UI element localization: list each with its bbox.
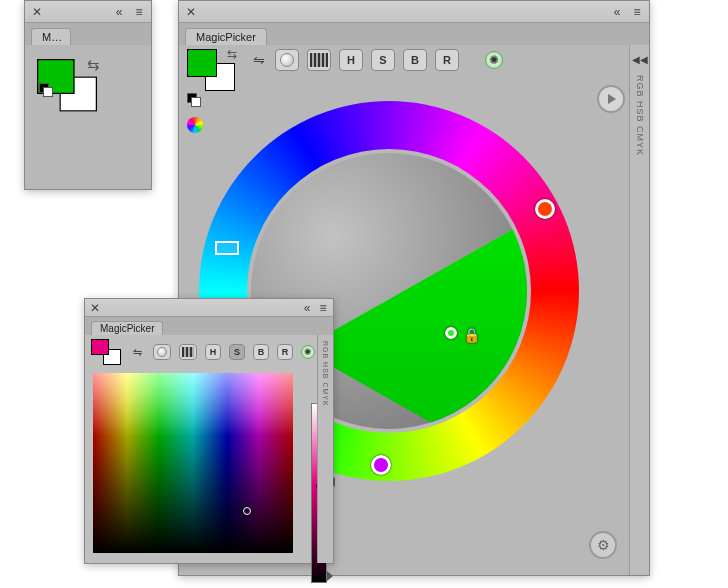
colorspace-label: RGB HSB CMYK — [322, 341, 329, 407]
brightness-icon[interactable]: ✺ — [301, 345, 315, 359]
lock-icon[interactable]: 🔒 — [463, 327, 480, 343]
swap-icon[interactable]: ⇆ — [87, 57, 100, 75]
menu-icon[interactable]: ≡ — [131, 4, 147, 20]
magicpicker-panel-spectrum: ✕ « ≡ MagicPicker ⇋ H S B R ✺ RGB HSB CM… — [84, 298, 334, 564]
picker-shape-btn[interactable] — [275, 49, 299, 71]
spec-toolbar: ⇋ H S B R ✺ — [85, 335, 333, 367]
hue-max-marker[interactable] — [327, 571, 333, 581]
menu-icon[interactable]: ≡ — [629, 4, 645, 20]
spec-body — [85, 373, 333, 553]
sv-handle[interactable] — [445, 327, 457, 339]
mode-toolbar: ⇋ H S B R ✺ — [251, 49, 503, 71]
hue-slot[interactable] — [215, 241, 239, 255]
mini-tab[interactable]: M… — [31, 28, 71, 45]
spectrum-area[interactable] — [93, 373, 293, 553]
spec-side-strip: RGB HSB CMYK — [317, 335, 333, 563]
mode-r[interactable]: R — [277, 344, 293, 360]
stripes-btn[interactable] — [307, 49, 331, 71]
side-strip: ◀◀ RGB HSB CMYK — [629, 45, 649, 575]
mode-s[interactable]: S — [229, 344, 245, 360]
foreground-swatch[interactable] — [187, 49, 217, 77]
close-icon[interactable]: ✕ — [29, 4, 45, 20]
picker-shape-btn[interactable] — [153, 344, 171, 360]
foreground-swatch[interactable] — [91, 339, 109, 355]
menu-icon[interactable]: ≡ — [317, 302, 329, 314]
brightness-icon[interactable]: ✺ — [485, 51, 503, 69]
collapse-icon[interactable]: « — [111, 4, 127, 20]
mode-r[interactable]: R — [435, 49, 459, 71]
tab-bar: MagicPicker — [179, 23, 649, 45]
mini-titlebar: ✕ « ≡ — [25, 1, 151, 23]
tab-magicpicker[interactable]: MagicPicker — [185, 28, 267, 45]
shuffle-icon[interactable]: ⇋ — [129, 344, 145, 360]
expand-icon[interactable]: ◀◀ — [632, 51, 648, 67]
play-button[interactable] — [597, 85, 625, 113]
close-icon[interactable]: ✕ — [183, 4, 199, 20]
reset-swatches-icon[interactable] — [39, 83, 53, 97]
mode-b[interactable]: B — [253, 344, 269, 360]
mini-body: ⇆ — [25, 45, 151, 115]
stripes-btn[interactable] — [179, 344, 197, 360]
mini-tabbar: M… — [25, 23, 151, 45]
collapse-icon[interactable]: « — [609, 4, 625, 20]
colorspace-label: RGB HSB CMYK — [635, 75, 645, 156]
panel-titlebar: ✕ « ≡ — [179, 1, 649, 23]
spec-tab[interactable]: MagicPicker — [91, 321, 163, 335]
spectrum-cursor[interactable] — [243, 507, 251, 515]
hue-handle-1[interactable] — [535, 199, 555, 219]
hue-handle-2[interactable] — [371, 455, 391, 475]
mode-s[interactable]: S — [371, 49, 395, 71]
shuffle-icon[interactable]: ⇋ — [251, 52, 267, 68]
spec-titlebar: ✕ « ≡ — [85, 299, 333, 317]
swatch-pair: ⇆ — [187, 49, 235, 91]
swatch-panel-mini: ✕ « ≡ M… ⇆ — [24, 0, 152, 190]
mode-b[interactable]: B — [403, 49, 427, 71]
spec-tabbar: MagicPicker — [85, 317, 333, 335]
close-icon[interactable]: ✕ — [89, 302, 101, 314]
mode-h[interactable]: H — [205, 344, 221, 360]
swap-icon[interactable]: ⇆ — [227, 47, 237, 61]
settings-button[interactable]: ⚙ — [589, 531, 617, 559]
swatch-pair — [91, 339, 121, 365]
mode-h[interactable]: H — [339, 49, 363, 71]
collapse-icon[interactable]: « — [301, 302, 313, 314]
